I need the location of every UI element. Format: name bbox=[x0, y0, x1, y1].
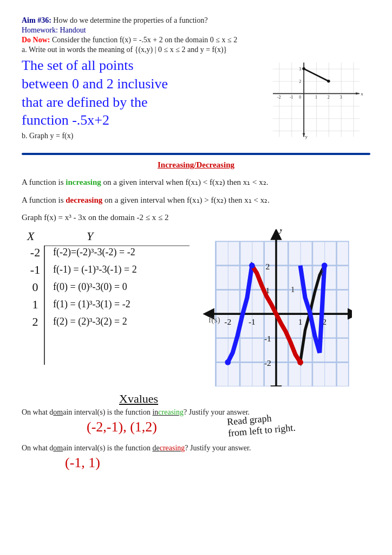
svg-point-16 bbox=[302, 67, 305, 70]
svg-text:2: 2 bbox=[265, 261, 270, 270]
large-graph: x y -2 -1 1 2 2 1 -1 -2 bbox=[200, 229, 370, 381]
hw-x-val: 1 bbox=[22, 298, 49, 312]
table-row: 0 f(0) = (0)³-3(0) = 0 bbox=[22, 280, 195, 294]
svg-point-46 bbox=[225, 359, 231, 365]
hw-x-val: 0 bbox=[22, 280, 49, 294]
svg-point-48 bbox=[297, 359, 303, 365]
homework-line: Homework: Handout bbox=[22, 26, 370, 35]
svg-point-47 bbox=[249, 262, 255, 268]
do-now-line: Do Now: Consider the function f(x) = -.5… bbox=[22, 36, 370, 44]
aim-line: Aim #36: How do we determine the propert… bbox=[22, 16, 370, 25]
hw-line2: between 0 and 2 inclusive bbox=[22, 75, 257, 93]
small-graph: x y 3 2 -1 -2 1 2 3 0 bbox=[262, 56, 370, 143]
svg-text:-1: -1 bbox=[264, 334, 271, 343]
decreasing-definition: A function is decreasing on a given inte… bbox=[22, 194, 370, 206]
table-row: 1 f(1) = (1)³-3(1) = -2 bbox=[22, 298, 195, 312]
svg-text:y: y bbox=[278, 229, 283, 234]
increasing-definition: A function is increasing on a given inte… bbox=[22, 176, 370, 189]
table-handwriting: X Y -2 f(-2)=(-2)³-3(-2) = -2 -1 f(-1) =… bbox=[22, 229, 195, 332]
bottom-section: Xvalues On what domain interval(s) is th… bbox=[22, 392, 370, 471]
svg-text:2: 2 bbox=[328, 95, 330, 100]
q1-answer: (-2,-1), (1,2) bbox=[87, 419, 157, 435]
table-row: -1 f(-1) = (-1)³-3(-1) = 2 bbox=[22, 263, 195, 277]
hw-line1: The set of all points bbox=[22, 56, 257, 75]
svg-rect-0 bbox=[273, 62, 360, 137]
divider bbox=[22, 153, 370, 155]
svg-text:0: 0 bbox=[299, 95, 301, 100]
hw-expr-val: f(0) = (0)³-3(0) = 0 bbox=[53, 281, 127, 293]
svg-text:f(s): f(s) bbox=[208, 314, 220, 324]
page: Aim #36: How do we determine the propert… bbox=[0, 0, 392, 555]
xvalues-label: Xvalues bbox=[119, 392, 370, 406]
svg-text:1: 1 bbox=[298, 317, 303, 326]
do-now-text: Consider the function f(x) = -.5x + 2 on… bbox=[50, 36, 238, 44]
table-row: 2 f(2) = (2)³-3(2) = 2 bbox=[22, 315, 195, 329]
top-section: The set of all points between 0 and 2 in… bbox=[22, 56, 370, 143]
section-title: Increasing/Decreasing bbox=[22, 160, 370, 170]
svg-text:-1: -1 bbox=[249, 317, 256, 326]
hw-line3: that are defined by the bbox=[22, 93, 257, 112]
table-header: X Y bbox=[27, 229, 195, 243]
aim-text: How do we determine the properties of a … bbox=[51, 16, 208, 24]
svg-text:-2: -2 bbox=[224, 317, 231, 326]
inc-word: increasing bbox=[66, 178, 101, 186]
question-2: On what domain interval(s) is the functi… bbox=[22, 444, 370, 453]
handwriting-block: The set of all points between 0 and 2 in… bbox=[22, 56, 257, 130]
hw-line4: function -.5x+2 bbox=[22, 111, 257, 130]
svg-text:-1: -1 bbox=[290, 95, 293, 100]
question-1: On what domain interval(s) is the functi… bbox=[22, 408, 370, 417]
svg-text:-2: -2 bbox=[264, 358, 271, 367]
hw-expr-val: f(-1) = (-1)³-3(-1) = 2 bbox=[53, 264, 137, 275]
hw-x-val: -2 bbox=[22, 246, 49, 260]
svg-text:-2: -2 bbox=[277, 95, 281, 100]
svg-text:3: 3 bbox=[299, 67, 301, 72]
hw-x-val: -1 bbox=[22, 263, 49, 277]
hw-expr-val: f(1) = (1)³-3(1) = -2 bbox=[53, 299, 130, 310]
graph-instruction: Graph f(x) = x³ - 3x on the domain -2 ≤ … bbox=[22, 211, 370, 224]
graph-section: X Y -2 f(-2)=(-2)³-3(-2) = -2 -1 f(-1) =… bbox=[22, 229, 370, 381]
svg-text:x: x bbox=[361, 91, 363, 96]
x-header: X bbox=[27, 229, 54, 243]
do-now-label: Do Now: bbox=[22, 36, 50, 44]
table-row: -2 f(-2)=(-2)³-3(-2) = -2 bbox=[22, 246, 195, 260]
svg-text:1: 1 bbox=[315, 95, 317, 100]
aim-label: Aim #36: bbox=[22, 16, 51, 24]
svg-text:1: 1 bbox=[291, 285, 295, 294]
y-header: Y bbox=[87, 229, 93, 243]
dec-word: decreasing bbox=[66, 196, 102, 204]
write-line: a. Write out in words the meaning of {(x… bbox=[22, 46, 370, 54]
svg-text:2: 2 bbox=[319, 267, 324, 276]
hw-x-val: 2 bbox=[22, 315, 49, 329]
svg-point-17 bbox=[327, 80, 330, 82]
svg-text:2: 2 bbox=[299, 79, 301, 84]
q2-answer: (-1, 1) bbox=[65, 455, 370, 471]
graph-b-label: b. Graph y = f(x) bbox=[22, 132, 257, 140]
hw-expr-val: f(2) = (2)³-3(2) = 2 bbox=[53, 316, 127, 327]
hw-expr-val: f(-2)=(-2)³-3(-2) = -2 bbox=[53, 247, 135, 258]
svg-text:y: y bbox=[305, 134, 308, 139]
svg-text:3: 3 bbox=[340, 95, 342, 100]
